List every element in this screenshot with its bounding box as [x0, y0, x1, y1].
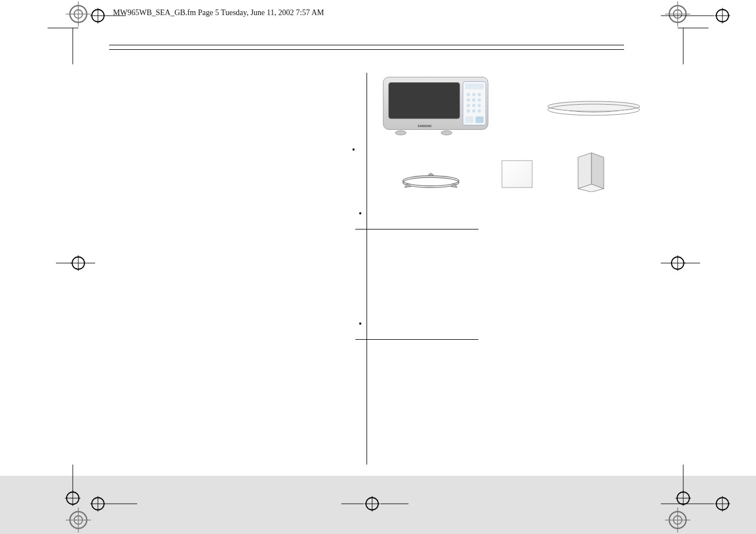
accessory-row — [355, 152, 618, 192]
svg-point-61 — [477, 93, 481, 96]
svg-point-70 — [477, 109, 481, 113]
horizontal-rule — [109, 45, 624, 45]
svg-point-65 — [467, 104, 470, 107]
running-header-text: MW965WB_SEA_GB.fm Page 5 Tuesday, June 1… — [113, 8, 324, 17]
svg-point-60 — [472, 93, 475, 96]
svg-rect-72 — [475, 116, 483, 123]
svg-marker-86 — [591, 153, 604, 189]
svg-marker-85 — [578, 153, 591, 189]
crop-mark-icon — [48, 465, 92, 512]
svg-point-69 — [472, 109, 475, 113]
svg-point-68 — [467, 109, 470, 113]
svg-point-74 — [395, 130, 406, 135]
svg-point-67 — [477, 104, 481, 107]
crosshair-icon — [661, 493, 739, 517]
svg-text:SAMSUNG: SAMSUNG — [417, 125, 431, 128]
booklet-icon — [574, 152, 607, 194]
svg-point-66 — [472, 104, 475, 107]
crop-mark-icon — [661, 246, 700, 282]
svg-point-75 — [441, 130, 452, 135]
accessory-row: • — [355, 73, 618, 138]
card-icon — [501, 160, 534, 192]
crop-mark-icon — [56, 246, 95, 282]
svg-rect-56 — [388, 83, 459, 119]
microwave-icon: SAMSUNG — [381, 73, 490, 138]
svg-point-64 — [477, 99, 481, 102]
crosshair-icon — [87, 493, 137, 517]
crop-mark-icon — [48, 20, 92, 67]
page-body: • — [109, 34, 624, 476]
svg-point-62 — [467, 99, 470, 102]
right-column: • — [355, 73, 618, 340]
list-bullet — [355, 209, 618, 224]
crosshair-icon — [341, 493, 408, 517]
crop-mark-icon — [664, 20, 708, 67]
svg-rect-71 — [465, 116, 473, 123]
svg-rect-84 — [502, 161, 532, 188]
svg-marker-80 — [428, 173, 434, 175]
list-bullet — [355, 319, 618, 335]
glass-tray-icon — [546, 100, 641, 119]
crosshair-icon — [87, 4, 126, 29]
svg-rect-58 — [465, 84, 483, 90]
short-divider — [355, 339, 478, 340]
bullet: • — [352, 145, 355, 155]
roller-ring-icon — [400, 173, 462, 192]
svg-point-63 — [472, 99, 475, 102]
svg-point-59 — [467, 93, 470, 96]
horizontal-rule — [109, 49, 624, 50]
